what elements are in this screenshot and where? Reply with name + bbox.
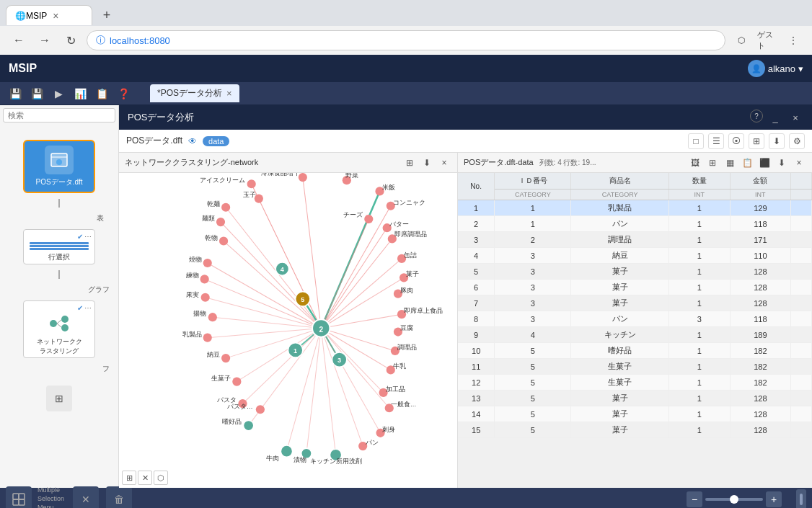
table-row[interactable]: 11 5 生菓子 1 182 (458, 359, 812, 375)
sidebar-node-posdata[interactable]: POSデータ.dft (23, 140, 95, 193)
more-btn[interactable]: ⋮ (783, 30, 803, 50)
data-tool-bars[interactable]: ▦ (723, 156, 737, 170)
col-header-no[interactable]: No. (458, 173, 495, 200)
browser-tab[interactable]: 🌐 MSIP × (6, 5, 92, 25)
table-row[interactable]: 12 5 生菓子 1 182 (458, 375, 812, 391)
table-row[interactable]: 14 5 菓子 1 128 (458, 406, 812, 422)
multi-select-btn[interactable] (6, 486, 32, 508)
toolbar-chart-btn[interactable]: 📊 (71, 84, 89, 103)
address-field[interactable]: ⓘ localhost:8080 (87, 30, 725, 50)
svg-text:キッチン所用洗剤: キッチン所用洗剤 (310, 458, 362, 465)
table-row[interactable]: 1 1 乳製品 1 129 (458, 200, 812, 216)
network-tool-download[interactable]: ⬇ (420, 156, 434, 170)
tool-download-btn[interactable]: ⬇ (769, 133, 785, 149)
new-tab-btn[interactable]: + (97, 5, 117, 25)
refresh-btn[interactable]: ↻ (61, 30, 81, 50)
table-row[interactable]: 2 1 パン 1 118 (458, 216, 812, 232)
cell-amount: 110 (730, 248, 791, 264)
sidebar-search[interactable] (0, 105, 118, 125)
app-tab-label: *POSデータ分析 (157, 87, 222, 99)
col-header-id[interactable]: ＩＤ番号 (495, 173, 571, 190)
search-input[interactable] (3, 108, 115, 122)
data-tool-toggle[interactable]: ⬛ (757, 156, 772, 170)
tab-close-btn[interactable]: × (53, 10, 58, 22)
sidebar-icon-1[interactable]: ⊞ (46, 386, 72, 411)
dialog-help-btn[interactable]: ? (750, 110, 763, 122)
toolbar-help-btn[interactable]: ❓ (114, 84, 133, 103)
tool-grid-btn[interactable]: ⊞ (749, 133, 764, 149)
data-tool-grid[interactable]: ⊞ (705, 156, 720, 170)
zoom-plus-btn[interactable]: + (766, 491, 782, 507)
mini-tool-1[interactable]: ⊞ (122, 471, 136, 485)
zoom-thumb[interactable] (730, 495, 738, 504)
tool-col-btn[interactable]: ⦿ (728, 133, 744, 149)
svg-point-64 (221, 354, 230, 362)
sidebar-node-rowselect[interactable]: ✔ ⋯ 行選択 (23, 229, 95, 264)
toolbar-save-btn[interactable]: 💾 (6, 84, 25, 103)
table-row[interactable]: 5 3 菓子 1 128 (458, 264, 812, 280)
app-user[interactable]: 👤 alkano ▾ (748, 60, 803, 77)
table-row[interactable]: 15 5 菓子 1 128 (458, 422, 812, 438)
toolbar-doc-btn[interactable]: 📋 (92, 84, 111, 103)
mini-tool-2[interactable]: ✕ (138, 471, 152, 485)
cell-no: 10 (458, 343, 495, 359)
forward-btn[interactable]: → (35, 30, 55, 50)
sidebar-node-network[interactable]: ✔ ⋯ ネットワークク ラスタリング (23, 300, 95, 358)
profile-btn[interactable]: ゲスト (757, 30, 777, 50)
network-tool-close[interactable]: × (437, 156, 451, 170)
table-row[interactable]: 9 4 キッチン 1 189 (458, 327, 812, 343)
app-tab[interactable]: *POSデータ分析 × (150, 84, 239, 102)
svg-text:即席調理品: 即席調理品 (394, 231, 427, 238)
data-panel-title: POSデータ.dft-data (464, 157, 534, 168)
back-btn[interactable]: ← (9, 30, 29, 50)
col-header-name[interactable]: 商品名 (571, 173, 668, 190)
cast-btn[interactable]: ⬡ (731, 30, 751, 50)
toolbar-save2-btn[interactable]: 💾 (27, 84, 46, 103)
table-row[interactable]: 6 3 菓子 1 128 (458, 280, 812, 295)
dataset-view-icon[interactable]: 👁 (188, 136, 197, 146)
sidebar-connector2 (58, 270, 60, 279)
data-tool-copy[interactable]: 📋 (740, 156, 754, 170)
table-row[interactable]: 8 3 パン 3 118 (458, 311, 812, 327)
tool-list-btn[interactable]: ☰ (708, 133, 724, 149)
table-row[interactable]: 3 2 調理品 1 171 (458, 232, 812, 248)
data-tool-img[interactable]: 🖼 (688, 156, 702, 170)
node-menu-icon[interactable]: ⋯ (84, 233, 92, 241)
data-tool-close[interactable]: × (792, 156, 806, 170)
mini-tool-3[interactable]: ⬡ (154, 471, 168, 485)
cancel-btn[interactable]: ✕ (73, 486, 99, 508)
table-row[interactable]: 7 3 菓子 1 128 (458, 295, 812, 311)
zoom-minus-btn[interactable]: − (687, 491, 702, 507)
tool-square-btn[interactable]: □ (688, 133, 704, 149)
table-container[interactable]: No. ＩＤ番号 商品名 数量 金額 CATEGORY CATEGORY INT (458, 173, 812, 488)
table-row[interactable]: 13 5 菓子 1 128 (458, 391, 812, 406)
zoom-controls: − + (687, 491, 782, 507)
cell-name: 嗜好品 (571, 343, 668, 359)
trash-btn[interactable]: 🗑 (106, 486, 132, 508)
dataset-tools: □ ☰ ⦿ ⊞ ⬇ ⚙ (688, 133, 805, 149)
cell-name: 乳製品 (571, 200, 668, 216)
network-canvas: 1 2 3 4 5 アイスクリーム 冷凍食品増干 野菜 米飯 (119, 173, 457, 488)
svg-line-39 (306, 328, 321, 453)
svg-text:3: 3 (337, 357, 341, 364)
svg-text:一般食…: 一般食… (391, 401, 417, 408)
cell-qty: 1 (668, 359, 730, 375)
cell-id: 5 (495, 422, 571, 438)
zoom-slider[interactable] (705, 498, 763, 501)
svg-line-35 (242, 328, 321, 404)
cell-id: 5 (495, 391, 571, 406)
tool-settings-btn[interactable]: ⚙ (789, 133, 805, 149)
app-tab-close[interactable]: × (226, 88, 232, 99)
toolbar-run-btn[interactable]: ▶ (49, 84, 68, 103)
svg-text:調理品: 調理品 (397, 344, 417, 351)
data-tool-download[interactable]: ⬇ (775, 156, 789, 170)
node-network-menu-icon[interactable]: ⋯ (84, 304, 92, 312)
svg-line-6 (57, 320, 61, 324)
table-row[interactable]: 10 5 嗜好品 1 182 (458, 343, 812, 359)
col-header-qty[interactable]: 数量 (668, 173, 730, 190)
table-row[interactable]: 4 3 納豆 1 110 (458, 248, 812, 264)
col-header-amount[interactable]: 金額 (730, 173, 791, 190)
network-tool-grid[interactable]: ⊞ (402, 156, 417, 170)
dialog-close-btn[interactable]: × (787, 110, 803, 125)
dialog-minimize-btn[interactable]: _ (767, 110, 783, 125)
